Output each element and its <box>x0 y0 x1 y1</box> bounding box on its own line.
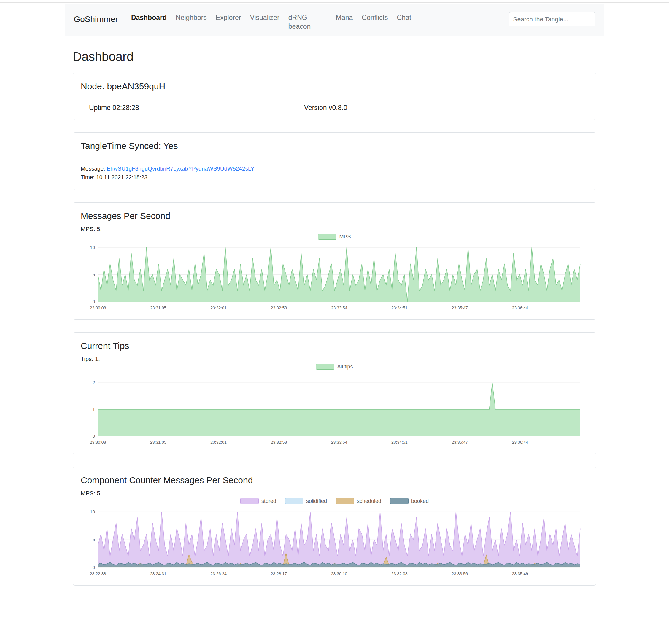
main-content: Dashboard Node: bpeAN359quH Uptime 02:28… <box>73 49 596 586</box>
search-input[interactable] <box>509 12 595 26</box>
node-card-title: Node: bpeAN359quH <box>81 81 588 91</box>
mps-chart: MPS 051023:30:0823:31:0523:32:0123:32:58… <box>81 234 588 312</box>
message-label: Message: <box>81 166 105 172</box>
mps-chart-plot: 051023:30:0823:31:0523:32:0123:32:5823:3… <box>81 241 588 312</box>
node-card: Node: bpeAN359quH Uptime 02:28:28 Versio… <box>73 73 596 120</box>
tangletime-message-row: Message: EhwSU1gF8hguQvrdbnR7cyxabYPydna… <box>81 164 588 173</box>
nav-item-dashboard[interactable]: Dashboard <box>131 13 167 22</box>
component-counter-card: Component Counter Messages Per Second MP… <box>73 467 596 586</box>
svg-text:23:30:08: 23:30:08 <box>90 305 106 310</box>
tips-chart: All tips 01223:30:0823:31:0523:32:0123:3… <box>81 364 588 446</box>
nav-item-visualizer[interactable]: Visualizer <box>250 13 280 22</box>
svg-text:23:34:51: 23:34:51 <box>391 440 408 445</box>
svg-text:23:33:54: 23:33:54 <box>331 440 347 445</box>
window-top-line <box>0 2 669 3</box>
mps-subtitle: MPS: 5. <box>81 226 588 232</box>
tips-chart-plot: 01223:30:0823:31:0523:32:0123:32:5823:33… <box>81 371 588 446</box>
mps-chart-legend: MPS <box>81 234 588 240</box>
svg-text:23:32:03: 23:32:03 <box>391 571 408 576</box>
nav-item-drng-beacon[interactable]: dRNG beacon <box>288 13 317 31</box>
legend-swatch <box>285 498 303 504</box>
svg-text:23:33:54: 23:33:54 <box>331 305 347 310</box>
node-version: Version v0.8.0 <box>304 104 347 112</box>
svg-text:2: 2 <box>92 380 95 385</box>
svg-text:0: 0 <box>92 433 95 439</box>
component-counter-chart-legend: storedsolidifiedscheduledbooked <box>81 498 588 504</box>
page-title: Dashboard <box>73 49 596 64</box>
legend-swatch <box>336 498 354 504</box>
navbar: GoShimmer Dashboard Neighbors Explorer V… <box>65 4 604 37</box>
svg-text:23:34:51: 23:34:51 <box>391 305 408 310</box>
search-wrap <box>509 12 595 26</box>
tips-chart-legend: All tips <box>81 364 588 370</box>
svg-text:23:32:58: 23:32:58 <box>271 440 287 445</box>
svg-text:1: 1 <box>92 407 95 412</box>
node-uptime: Uptime 02:28:28 <box>81 104 304 112</box>
svg-text:23:26:24: 23:26:24 <box>210 571 227 576</box>
legend-swatch <box>318 234 337 240</box>
tips-subtitle: Tips: 1. <box>81 356 588 362</box>
svg-text:23:32:01: 23:32:01 <box>210 440 227 445</box>
mps-card-title: Messages Per Second <box>81 211 588 221</box>
svg-text:23:32:01: 23:32:01 <box>210 305 227 310</box>
component-counter-chart: storedsolidifiedscheduledbooked 051023:2… <box>81 498 588 577</box>
tips-card: Current Tips Tips: 1. All tips 01223:30:… <box>73 332 596 454</box>
brand-goshimmer[interactable]: GoShimmer <box>74 15 118 24</box>
legend-item-booked: booked <box>390 498 429 504</box>
tangletime-card: TangleTime Synced: Yes Message: EhwSU1gF… <box>73 132 596 190</box>
svg-text:23:22:38: 23:22:38 <box>90 571 106 576</box>
component-counter-chart-plot: 051023:22:3823:24:3123:26:2423:28:1723:3… <box>81 505 588 577</box>
svg-text:5: 5 <box>92 272 95 277</box>
legend-label: All tips <box>337 364 353 370</box>
legend-item-all-tips: All tips <box>316 364 353 370</box>
legend-item-scheduled: scheduled <box>336 498 381 504</box>
mps-card: Messages Per Second MPS: 5. MPS 051023:3… <box>73 202 596 320</box>
legend-item-solidified: solidified <box>285 498 327 504</box>
component-counter-subtitle: MPS: 5. <box>81 490 588 497</box>
nav-item-neighbors[interactable]: Neighbors <box>176 13 207 22</box>
nav-links: Dashboard Neighbors Explorer Visualizer … <box>131 13 420 31</box>
legend-swatch <box>390 498 409 504</box>
svg-text:23:35:49: 23:35:49 <box>512 571 528 576</box>
nav-item-mana[interactable]: Mana <box>336 13 353 22</box>
svg-text:0: 0 <box>92 565 95 570</box>
tangletime-time: Time: 10.11.2021 22:18:23 <box>81 173 588 182</box>
legend-item-stored: stored <box>240 498 276 504</box>
legend-item-mps: MPS <box>318 234 351 240</box>
nav-item-conflicts[interactable]: Conflicts <box>362 13 388 22</box>
node-stats: Uptime 02:28:28 Version v0.8.0 <box>81 104 588 112</box>
svg-text:0: 0 <box>92 299 95 304</box>
svg-text:10: 10 <box>90 509 95 514</box>
legend-label: stored <box>261 498 276 504</box>
legend-label: MPS <box>339 234 351 240</box>
legend-label: scheduled <box>357 498 381 504</box>
svg-text:23:35:47: 23:35:47 <box>452 440 468 445</box>
divider <box>81 159 588 159</box>
svg-text:23:36:44: 23:36:44 <box>512 440 528 445</box>
svg-text:23:30:10: 23:30:10 <box>331 571 347 576</box>
legend-label: solidified <box>306 498 327 504</box>
svg-text:23:31:05: 23:31:05 <box>150 440 167 445</box>
svg-text:23:36:44: 23:36:44 <box>512 305 528 310</box>
svg-text:23:28:17: 23:28:17 <box>271 571 287 576</box>
message-link[interactable]: EhwSU1gF8hguQvrdbnR7cyxabYPydnaWS9UdW524… <box>107 166 255 172</box>
legend-swatch <box>316 364 334 370</box>
legend-swatch <box>240 498 259 504</box>
svg-text:23:30:08: 23:30:08 <box>90 440 106 445</box>
legend-label: booked <box>411 498 429 504</box>
svg-text:23:31:05: 23:31:05 <box>150 305 167 310</box>
svg-text:23:32:58: 23:32:58 <box>271 305 287 310</box>
svg-text:23:33:56: 23:33:56 <box>452 571 468 576</box>
svg-text:23:35:47: 23:35:47 <box>452 305 468 310</box>
svg-text:23:24:31: 23:24:31 <box>150 571 167 576</box>
nav-item-explorer[interactable]: Explorer <box>216 13 241 22</box>
svg-text:10: 10 <box>90 245 95 250</box>
tips-card-title: Current Tips <box>81 341 588 351</box>
svg-text:5: 5 <box>92 537 95 542</box>
tangletime-card-title: TangleTime Synced: Yes <box>81 141 588 151</box>
component-counter-card-title: Component Counter Messages Per Second <box>81 475 588 485</box>
nav-item-chat[interactable]: Chat <box>397 13 412 22</box>
